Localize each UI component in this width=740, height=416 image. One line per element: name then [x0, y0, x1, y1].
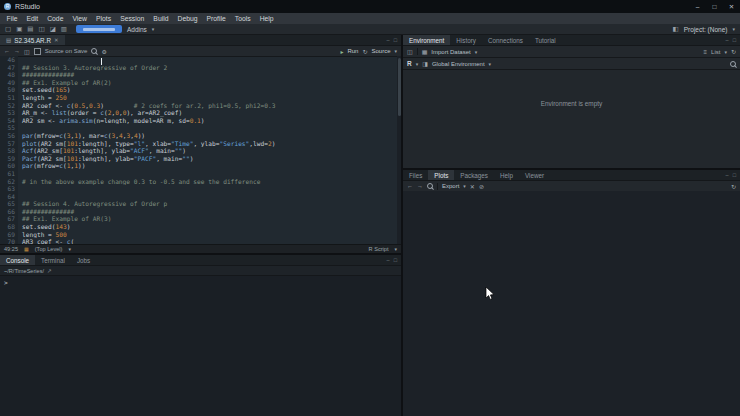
- doc-type-button[interactable]: R Script: [369, 246, 389, 252]
- files-pane: FilesPlotsPackagesHelpViewer – □ ← → Exp…: [403, 170, 740, 416]
- code-editor[interactable]: 4647## Session 3. Autoregressive of Orde…: [0, 56, 401, 245]
- doc-icon: ▤: [6, 37, 11, 43]
- line-number: 55: [0, 124, 18, 132]
- menu-view[interactable]: View: [68, 15, 92, 22]
- menu-session[interactable]: Session: [116, 15, 149, 22]
- line-number: 62: [0, 178, 18, 186]
- refresh-icon[interactable]: ↻: [731, 183, 736, 190]
- tab-terminal[interactable]: Terminal: [35, 255, 71, 265]
- maximize-pane-icon[interactable]: □: [394, 257, 397, 263]
- console-path-bar: ~/R/TimeSeries/ ↗: [0, 266, 401, 276]
- project-button[interactable]: Project: (None): [684, 26, 728, 33]
- minimize-pane-icon[interactable]: –: [387, 37, 390, 43]
- maximize-icon[interactable]: □: [706, 0, 723, 13]
- tab-jobs[interactable]: Jobs: [71, 255, 96, 265]
- code-line: 62# in the above example change 0.3 to -…: [0, 178, 401, 186]
- forward-icon[interactable]: →: [417, 183, 423, 189]
- menu-plots[interactable]: Plots: [92, 15, 116, 22]
- rerun-icon[interactable]: ↻: [362, 48, 367, 55]
- minimize-pane-icon[interactable]: –: [387, 257, 390, 263]
- search-icon[interactable]: [730, 61, 736, 67]
- maximize-pane-icon[interactable]: □: [733, 172, 736, 178]
- code-line: 50set.seed(165): [0, 86, 401, 94]
- editor-scrollbar[interactable]: [397, 56, 401, 245]
- popout-icon[interactable]: ↗: [47, 268, 52, 274]
- r-language-icon[interactable]: R: [407, 60, 412, 67]
- window-controls: – □ ✕: [689, 0, 740, 13]
- search-icon[interactable]: [91, 48, 97, 54]
- save-icon[interactable]: ◫: [38, 24, 44, 34]
- save-icon[interactable]: ◫: [24, 48, 30, 55]
- cursor-position: 49:25: [4, 246, 18, 252]
- menu-tools[interactable]: Tools: [230, 15, 255, 22]
- menu-edit[interactable]: Edit: [22, 15, 43, 22]
- list-view-button[interactable]: List: [711, 49, 720, 55]
- close-icon[interactable]: ✕: [723, 0, 740, 13]
- tab-environment[interactable]: Environment: [403, 35, 450, 45]
- code-line: 61: [0, 170, 401, 178]
- minimize-pane-icon[interactable]: –: [726, 37, 729, 43]
- code-line-text: par(mfrow=c(3,1), mar=c(3,4,3,4)): [18, 132, 401, 140]
- list-icon: ≡: [704, 49, 708, 55]
- code-line-text: set.seed(165): [18, 86, 401, 94]
- chevron-down-icon: ▾: [394, 246, 397, 252]
- line-number: 53: [0, 109, 18, 117]
- tab-plots[interactable]: Plots: [428, 170, 454, 180]
- addins-button[interactable]: Addins: [127, 26, 147, 33]
- highlighted-toolbar-button[interactable]: [76, 25, 122, 33]
- tab-close-icon[interactable]: ✕: [54, 37, 59, 43]
- maximize-pane-icon[interactable]: □: [733, 37, 736, 43]
- export-button[interactable]: Export: [442, 183, 459, 189]
- save-all-icon[interactable]: ◪: [50, 24, 56, 34]
- back-icon[interactable]: ←: [4, 48, 10, 54]
- chunk-navigator[interactable]: (Top Level): [35, 246, 63, 252]
- tab-viewer[interactable]: Viewer: [519, 170, 550, 180]
- new-file-icon[interactable]: ▢: [5, 24, 11, 34]
- minimize-icon[interactable]: –: [689, 0, 706, 13]
- forward-icon[interactable]: →: [14, 48, 20, 54]
- refresh-icon[interactable]: ↻: [731, 48, 736, 55]
- new-project-icon[interactable]: ▣: [16, 24, 22, 34]
- scrollbar-thumb[interactable]: [398, 58, 401, 116]
- code-line-text: AR_m <- list(order = c(2,0,0), ar=AR2_co…: [18, 109, 401, 117]
- scope-cube-icon: ◨: [422, 60, 428, 67]
- menu-help[interactable]: Help: [255, 15, 278, 22]
- menu-profile[interactable]: Profile: [202, 15, 230, 22]
- tab-files[interactable]: Files: [403, 170, 428, 180]
- import-dataset-button[interactable]: Import Dataset: [431, 49, 470, 55]
- maximize-pane-icon[interactable]: □: [394, 37, 397, 43]
- source-on-save-checkbox[interactable]: [34, 48, 41, 55]
- source-file-tab[interactable]: ▤ S2.345.AR.R ✕: [0, 35, 65, 45]
- back-icon[interactable]: ←: [407, 183, 413, 189]
- menu-code[interactable]: Code: [43, 15, 68, 22]
- line-number: 49: [0, 79, 18, 87]
- run-button[interactable]: Run: [347, 48, 358, 54]
- code-line-text: AR2_coef <- c(0.5,0.3) # 2 coefs for ar.…: [18, 102, 401, 110]
- tab-connections[interactable]: Connections: [482, 35, 529, 45]
- save-workspace-icon[interactable]: ◫: [407, 48, 413, 55]
- chevron-down-icon: ▾: [463, 183, 466, 189]
- code-line: 59Pacf(AR2_sm[101:length], ylab="PACF", …: [0, 155, 401, 163]
- tab-packages[interactable]: Packages: [454, 170, 494, 180]
- zoom-icon[interactable]: [427, 183, 433, 189]
- delete-plot-icon[interactable]: ✕: [470, 183, 475, 190]
- tab-tutorial[interactable]: Tutorial: [529, 35, 562, 45]
- source-button[interactable]: Source: [371, 48, 390, 54]
- open-file-icon[interactable]: ▤: [27, 24, 33, 34]
- minimize-pane-icon[interactable]: –: [726, 172, 729, 178]
- menu-debug[interactable]: Debug: [173, 15, 202, 22]
- scope-selector[interactable]: Global Environment: [432, 61, 485, 67]
- run-icon[interactable]: ▸: [340, 48, 343, 55]
- tab-history[interactable]: History: [450, 35, 482, 45]
- menu-file[interactable]: File: [2, 15, 22, 22]
- menu-build[interactable]: Build: [149, 15, 173, 22]
- wrench-icon[interactable]: ⚙: [101, 48, 106, 55]
- line-number: 65: [0, 200, 18, 208]
- print-icon[interactable]: ▥: [61, 24, 67, 34]
- console-output[interactable]: >: [0, 276, 401, 286]
- tab-help[interactable]: Help: [494, 170, 519, 180]
- tab-console[interactable]: Console: [0, 255, 35, 265]
- plots-body: [403, 191, 740, 416]
- clear-plots-icon[interactable]: ⊘: [479, 183, 484, 190]
- line-number: 61: [0, 170, 18, 178]
